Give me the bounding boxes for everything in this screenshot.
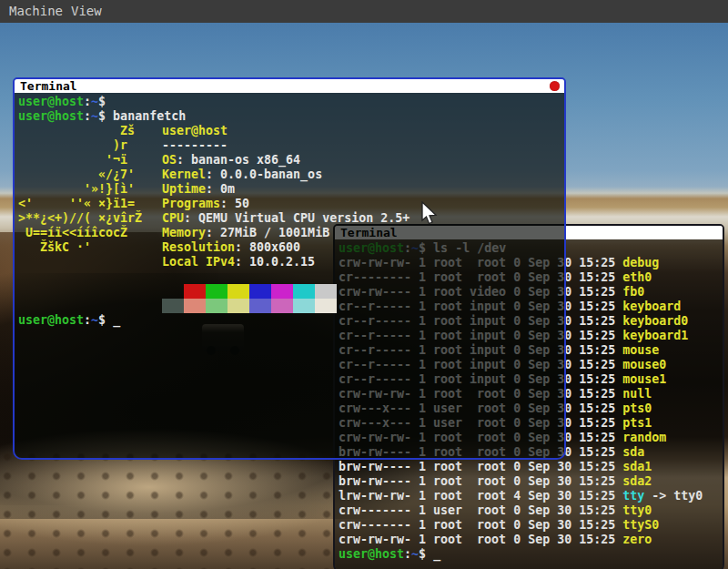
ascii-art: >**¿<+)//( ×¿vîrŽ [18, 211, 162, 226]
palette-swatch [293, 299, 315, 313]
fetch-line: «/¿7'Kernel: 0.0.0-banan_os [18, 168, 561, 182]
palette-swatch [162, 299, 184, 313]
prompt-dollar: $ [98, 109, 106, 123]
fetch-label: Uptime [162, 182, 206, 196]
file-name: ttyS0 [622, 518, 659, 532]
fetch-label: OS [162, 153, 177, 167]
ascii-art: '¬ï [18, 153, 162, 168]
close-button-icon[interactable] [550, 81, 560, 91]
ls-row: crw------- 1 user root 0 Sep 30 15:25 tt… [339, 503, 719, 518]
palette-swatch [206, 299, 228, 313]
prompt-dollar: $ [98, 313, 106, 327]
file-name: mouse0 [622, 358, 666, 371]
prompt-user: user@host [18, 95, 84, 108]
prompt-colon: : [84, 109, 91, 123]
fetch-label: Programs [162, 197, 220, 210]
file-name: pts1 [622, 416, 652, 430]
prompt-colon: : [404, 547, 411, 561]
ascii-art: «/¿7' [18, 168, 162, 182]
terminal-window-1[interactable]: Terminal user@host:~$ user@host:~$ banan… [13, 77, 566, 460]
fetch-label: Kernel [162, 168, 206, 181]
fetch-line: Local IPv4: 10.0.2.15 [18, 255, 561, 269]
terminal-1-titlebar[interactable]: Terminal [15, 79, 564, 93]
palette-swatch [228, 299, 249, 313]
fetch-line: '»!}[ì'Uptime: 0m [18, 182, 561, 197]
prompt-user: user@host [18, 109, 84, 123]
fetch-line: U==íï<<ííîcocŽMemory: 27MiB / 1001MiB [18, 226, 561, 240]
fetch-value: : 800x600 [235, 240, 300, 254]
vm-menubar: Machine View [0, 0, 728, 23]
prompt-tilde: ~ [91, 95, 98, 108]
mouse-pointer-icon [421, 201, 440, 229]
palette-swatch [206, 284, 228, 299]
fetch-line: Zšuser@host [18, 124, 561, 138]
prompt-tilde: ~ [91, 313, 98, 327]
terminal-1-output[interactable]: user@host:~$ user@host:~$ bananfetch Zšu… [15, 93, 564, 458]
fetch-line: )r--------- [18, 138, 561, 153]
file-meta: brw-rw---- 1 root root 0 Sep 30 15:25 [339, 460, 622, 473]
fetch-value: --------- [162, 138, 228, 152]
ascii-art: U==íï<<ííîcocŽ [18, 226, 162, 240]
palette-swatch [184, 284, 206, 299]
text-cursor: _ [433, 547, 440, 561]
file-name: tty [622, 489, 644, 503]
file-name: mouse [622, 343, 659, 357]
file-meta: crw------- 1 root root 0 Sep 30 15:25 [339, 518, 622, 532]
fetch-line: '¬ïOS: banan-os x86_64 [18, 153, 561, 168]
command-text [426, 547, 433, 561]
palette-swatch [249, 299, 271, 313]
fetch-value: : banan-os x86_64 [177, 153, 300, 167]
ascii-art: <' ''« ×}ï1= [18, 197, 162, 211]
prompt-tilde: ~ [91, 109, 98, 123]
menu-view[interactable]: View [71, 0, 102, 23]
ascii-art: ŽškC ·' [18, 240, 162, 255]
file-name: random [622, 431, 666, 444]
prompt-tilde: ~ [411, 547, 419, 561]
menu-machine[interactable]: Machine [9, 0, 63, 23]
prompt-colon: : [84, 313, 91, 327]
fetch-line: ŽškC ·'Resolution: 800x600 [18, 240, 561, 255]
palette-swatch [184, 299, 206, 313]
blank-line [18, 269, 561, 284]
palette-swatch [293, 284, 315, 299]
palette-swatch [315, 284, 337, 299]
file-name: sda2 [622, 474, 652, 488]
file-name: keyboard [622, 300, 681, 313]
file-meta: crw-rw-rw- 1 root root 0 Sep 30 15:25 [339, 533, 622, 546]
prompt-user: user@host [18, 313, 84, 327]
text-cursor: _ [113, 313, 120, 327]
file-name: keyboard1 [622, 329, 688, 342]
palette-swatch [315, 299, 337, 313]
ls-row: crw------- 1 root root 0 Sep 30 15:25 tt… [339, 518, 719, 533]
terminal-1-title: Terminal [20, 79, 77, 93]
ascii-art: '»!}[ì' [18, 182, 162, 197]
vm-screen: Machine View Terminal user@host:~$ ls -l… [0, 0, 728, 569]
palette-swatch [162, 284, 184, 299]
fetch-line: <' ''« ×}ï1=Programs: 50 [18, 197, 561, 211]
prompt-colon: : [84, 95, 91, 108]
terminal-line: user@host:~$ bananfetch [18, 109, 561, 124]
file-name: zero [622, 533, 652, 546]
fetch-value: : 50 [220, 197, 249, 210]
file-meta: brw-rw---- 1 root root 0 Sep 30 15:25 [339, 474, 622, 488]
file-name: sda1 [622, 460, 652, 473]
symlink-target: -> tty0 [644, 489, 703, 503]
fetch-line: >**¿<+)//( ×¿vîrŽCPU: QEMU Virtual CPU v… [18, 211, 561, 226]
wallpaper-pebbles [0, 451, 346, 569]
file-name: pts0 [622, 401, 652, 415]
prompt-user: user@host [339, 547, 404, 561]
ls-row: brw-rw---- 1 root root 0 Sep 30 15:25 sd… [339, 474, 719, 489]
palette-swatch [249, 284, 271, 299]
ascii-art: Zš [18, 124, 162, 138]
file-name: eth0 [622, 270, 652, 284]
terminal-line: user@host:~$ [18, 95, 561, 109]
fetch-label: user@host [162, 124, 228, 137]
prompt-dollar: $ [98, 95, 106, 108]
file-name: null [622, 387, 652, 401]
ls-row: crw-rw-rw- 1 root root 0 Sep 30 15:25 ze… [339, 533, 719, 547]
fetch-value: : 27MiB / 1001MiB [206, 226, 329, 239]
palette-row [162, 284, 561, 299]
fetch-value: : 0.0.0-banan_os [206, 168, 322, 181]
file-name: fb0 [622, 285, 644, 299]
file-name: sda [622, 445, 644, 459]
